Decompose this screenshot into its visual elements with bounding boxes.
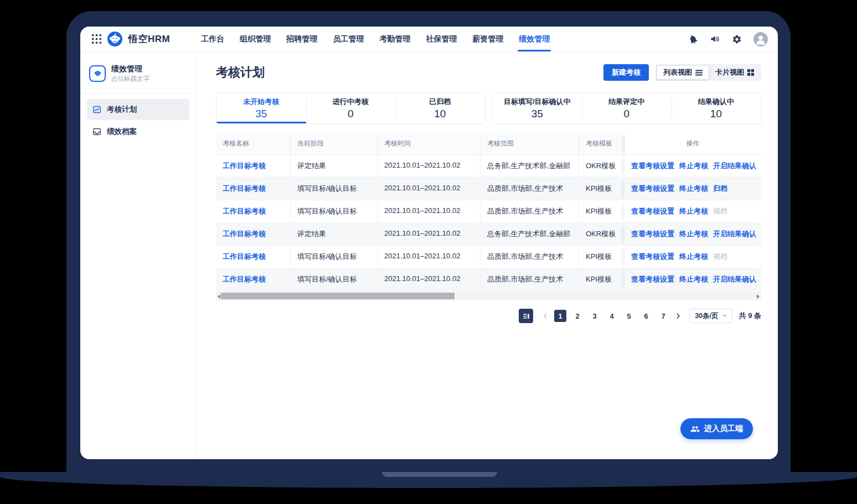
cell-template: KPI模板 [579,246,624,268]
assessment-name-link[interactable]: 工作目标考核 [216,200,291,223]
assessment-name-link[interactable]: 工作目标考核 [216,223,291,246]
action-start-result-confirm[interactable]: 开启结果确认 [713,229,756,239]
assessment-name-link[interactable]: 工作目标考核 [216,246,291,268]
assessment-name-link[interactable]: 工作目标考核 [216,155,291,178]
action-start-result-confirm[interactable]: 开启结果确认 [713,161,756,171]
sidebar-item-label: 绩效档案 [107,127,137,137]
page-3-button[interactable]: 3 [588,310,601,322]
laptop-mockup: 悟空HRM 工作台 组织管理 招聘管理 员工管理 考勤管理 社保管理 薪资管理 … [0,0,857,504]
tab-label: 已归档 [429,97,451,107]
action-terminate[interactable]: 终止考核 [679,274,708,284]
action-terminate[interactable]: 终止考核 [679,161,708,171]
action-archive[interactable]: 归档 [713,184,727,194]
col-template: 考核模板 [579,133,624,155]
brand-name: 悟空HRM [128,33,170,45]
nav-item-employee[interactable]: 员工管理 [325,27,371,51]
app-launcher-grid-icon[interactable] [92,34,101,44]
table-row: 工作目标考核 填写目标/确认目标 2021.10.01–2021.10.02 品… [216,246,761,268]
tab-in-progress[interactable]: 进行中考核 0 [306,93,396,123]
table-panel-icon[interactable] [519,309,533,323]
horizontal-scrollbar[interactable] [216,292,761,300]
cell-stage: 评定结果 [291,155,378,178]
table-row: 工作目标考核 填写目标/确认目标 2021.10.01–2021.10.02 品… [216,178,761,200]
action-view-settings[interactable]: 查看考核设置 [631,229,674,239]
stat-label: 目标填写/目标确认中 [504,97,571,107]
card-view-button[interactable]: 卡片视图 [709,65,760,80]
action-start-result-confirm[interactable]: 开启结果确认 [713,274,756,284]
performance-module-icon [89,65,106,82]
cell-time: 2021.10.01–2021.10.02 [378,178,481,200]
speaker-icon[interactable] [710,34,720,44]
cell-scope: 品质部,市场部,生产技术 [481,268,579,291]
brand: 悟空HRM [92,32,170,46]
page-title: 考核计划 [216,64,265,81]
action-view-settings[interactable]: 查看考核设置 [631,206,674,216]
action-view-settings[interactable]: 查看考核设置 [631,274,674,284]
app-window: 悟空HRM 工作台 组织管理 招聘管理 员工管理 考勤管理 社保管理 薪资管理 … [80,27,778,459]
action-terminate[interactable]: 终止考核 [679,206,708,216]
action-terminate[interactable]: 终止考核 [679,229,708,239]
stat-label: 结果评定中 [608,97,644,107]
stat-result-rating[interactable]: 结果评定中 0 [582,93,672,123]
action-view-settings[interactable]: 查看考核设置 [631,184,674,194]
tab-archived[interactable]: 已归档 10 [395,93,485,123]
bell-icon[interactable] [686,33,699,45]
action-terminate[interactable]: 终止考核 [679,252,708,262]
cell-template: KPI模板 [579,178,624,200]
assessment-name-link[interactable]: 工作目标考核 [216,268,291,291]
nav-item-payroll[interactable]: 薪资管理 [464,27,511,51]
page-2-button[interactable]: 2 [571,310,584,322]
cell-scope: 品质部,市场部,生产技术 [481,246,579,268]
nav-item-workbench[interactable]: 工作台 [193,27,232,51]
user-avatar[interactable] [753,32,768,46]
page-4-button[interactable]: 4 [606,310,618,322]
cell-time: 2021.10.01–2021.10.02 [378,223,481,246]
cell-scope: 品质部,市场部,生产技术 [481,178,579,200]
page-1-button[interactable]: 1 [554,310,566,322]
nav-item-org[interactable]: 组织管理 [232,27,278,51]
stat-label: 结果确认中 [698,97,734,107]
cell-stage: 填写目标/确认目标 [291,246,378,268]
cell-time: 2021.10.01–2021.10.02 [378,155,481,178]
scrollbar-thumb[interactable] [221,293,455,299]
tab-not-started[interactable]: 未开始考核 35 [216,93,306,123]
new-assessment-button[interactable]: 新建考核 [603,64,649,81]
list-view-button[interactable]: 列表视图 [657,65,709,80]
page-7-button[interactable]: 7 [657,310,669,322]
main-content: 考核计划 新建考核 列表视图 [197,52,778,459]
page-5-button[interactable]: 5 [623,310,635,322]
action-terminate[interactable]: 终止考核 [679,184,708,194]
cell-template: OKR模板 [579,155,624,178]
next-page-chevron-icon[interactable] [674,313,682,319]
sidebar-item-assessment-plan[interactable]: 考核计划 [87,99,189,120]
page-size-select[interactable]: 30条/页 [689,309,732,323]
prev-page-chevron-icon[interactable] [541,313,549,319]
col-time: 考核时间 [378,133,481,155]
action-view-settings[interactable]: 查看考核设置 [631,252,674,262]
action-view-settings[interactable]: 查看考核设置 [631,161,674,171]
nav-item-recruit[interactable]: 招聘管理 [278,27,325,51]
stat-result-confirm[interactable]: 结果确认中 10 [672,93,761,123]
action-archive-disabled: 规档 [713,206,727,216]
nav-item-performance[interactable]: 绩效管理 [511,27,557,51]
gear-icon[interactable] [732,34,742,44]
cell-actions: 查看考核设置 终止考核 归档 [624,178,761,200]
table-row: 工作目标考核 填写目标/确认目标 2021.10.01–2021.10.02 品… [216,268,761,291]
scroll-right-arrow-icon[interactable] [757,294,760,299]
assessment-name-link[interactable]: 工作目标考核 [216,178,291,200]
page-6-button[interactable]: 6 [640,310,652,322]
module-subtitle: 占位标题文字 [111,75,149,83]
view-toggle: 列表视图 卡片视图 [655,64,761,81]
stat-goal-filling[interactable]: 目标填写/目标确认中 35 [493,93,582,123]
nav-item-social[interactable]: 社保管理 [418,27,464,51]
topbar: 悟空HRM 工作台 组织管理 招聘管理 员工管理 考勤管理 社保管理 薪资管理 … [80,27,778,52]
cell-stage: 填写目标/确认目标 [291,268,378,291]
scroll-left-arrow-icon[interactable] [218,294,220,299]
sidebar-item-performance-archive[interactable]: 绩效档案 [87,121,189,142]
assessment-plan-icon [92,105,101,114]
sidebar-module-titles: 绩效管理 占位标题文字 [111,64,149,83]
table-row: 工作目标考核 评定结果 2021.10.01–2021.10.02 总务部,生产… [216,155,761,178]
enter-employee-portal-button[interactable]: 进入员工端 [680,418,753,439]
nav-item-attendance[interactable]: 考勤管理 [371,27,418,51]
topbar-tools [688,32,768,46]
